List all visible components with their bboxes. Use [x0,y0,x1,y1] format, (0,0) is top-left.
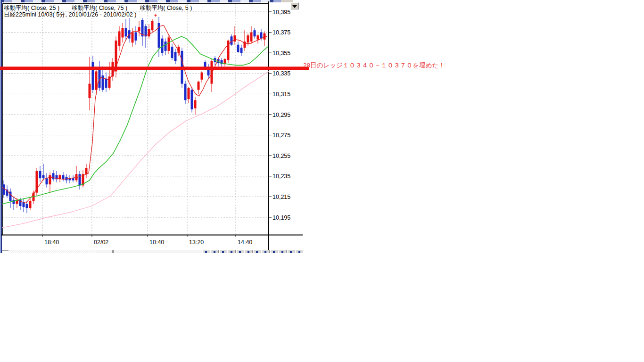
toolbar-button[interactable] [245,250,253,253]
toolbar-button[interactable] [228,250,236,253]
candle-body [29,201,32,208]
candle-body [13,200,15,204]
toolbar-button[interactable] [202,250,210,253]
candle-body [168,38,170,51]
candle-body [141,20,144,36]
candle-body [89,84,91,99]
candle-body [52,173,55,179]
candle-body [105,79,107,88]
y-axis-label: 10,295 [272,112,290,118]
candle-body [231,36,233,44]
annotation-text: 28日のレッジ１０３４０－１０３７０を埋めた！ [303,61,445,70]
candle-body [122,28,124,38]
y-axis-label: 10,375 [272,29,290,36]
candle-body [135,33,137,41]
candle-body [211,61,213,84]
candle-body [165,41,167,51]
y-axis-label: 10,195 [272,214,290,221]
candle-body [171,47,173,58]
candle-body [240,48,243,53]
candle-body [194,100,197,108]
toolbar-button[interactable] [279,250,287,253]
candle-body [148,29,150,36]
legend-ma-25: 移動平均( Close, 25 ) [4,5,59,11]
candle-body [118,31,121,46]
x-axis-label: 18:40 [44,239,59,246]
y-axis-label: 10,335 [272,70,290,77]
toolbar-button[interactable] [262,250,270,253]
candle-body [254,30,256,36]
candle-body [125,28,127,36]
toolbar-button[interactable] [253,250,261,253]
candle-body [191,90,193,109]
x-axis-label: 02/02 [94,239,108,246]
y-axis-label: 10,355 [272,50,290,57]
chevron-down-icon [292,5,297,8]
toolbar-button[interactable] [296,250,303,253]
candle-body [260,33,263,39]
candle-body [257,35,259,40]
candle-body [99,67,101,88]
candle-body [250,33,253,42]
candle-body [184,84,187,100]
candle-body [138,27,140,32]
y-axis-label: 10,315 [272,91,290,98]
candle-body [247,35,249,42]
legend-ma-75: 移動平均( Close, 75 ) [72,5,127,11]
candle-body [161,39,164,53]
x-axis-label: 14:40 [238,239,252,246]
candle-body [3,184,5,195]
toolbar-button[interactable] [287,250,295,253]
scrollbar-track[interactable] [8,250,94,253]
toolbar-button-row [202,250,303,253]
x-axis-label: 10:40 [149,239,164,246]
candle-body [79,174,81,185]
candle-body [39,171,41,178]
scrollbar-thumb[interactable] [94,250,113,253]
candle-body [155,15,157,16]
bottom-toolbar [0,250,303,253]
candle-body [174,52,177,61]
x-axis-label: 13:20 [189,239,204,246]
price-chart[interactable]: 10,39510,37510,35510,33510,31510,29510,2… [0,0,330,257]
toolbar-button[interactable] [236,250,244,253]
candle-body [234,35,236,41]
candle-body [72,178,74,180]
dropdown-button[interactable] [290,2,299,9]
candle-body [264,33,266,40]
candle-body [201,73,203,80]
candle-body [188,88,190,99]
scrollbar-track-right[interactable] [114,250,202,253]
toolbar-button[interactable] [219,250,227,253]
candle-body [198,82,200,90]
y-axis-label: 10,275 [272,132,290,139]
chart-title: 日経225mini 10/03( 5分, 2010/01/26 - 2010/0… [4,11,136,19]
candle-body [62,175,65,180]
legend-ma-5: 移動平均( Close, 5 ) [140,5,192,11]
candle-body [26,204,28,208]
candle-body [151,21,154,31]
candle-body [92,62,94,90]
candle-body [132,33,134,43]
toolbar-button[interactable] [211,250,219,253]
candle-body [46,178,48,184]
candle-body [42,175,45,179]
candle-body [85,168,88,174]
y-axis-label: 10,215 [272,194,290,200]
y-axis-label: 10,235 [272,173,290,180]
y-axis-label: 10,255 [272,153,290,159]
candle-body [237,45,239,52]
toolbar-button[interactable] [270,250,278,253]
candle-body [49,175,51,185]
y-axis-label: 10,395 [272,9,290,16]
horizontal-price-line[interactable] [0,66,309,70]
